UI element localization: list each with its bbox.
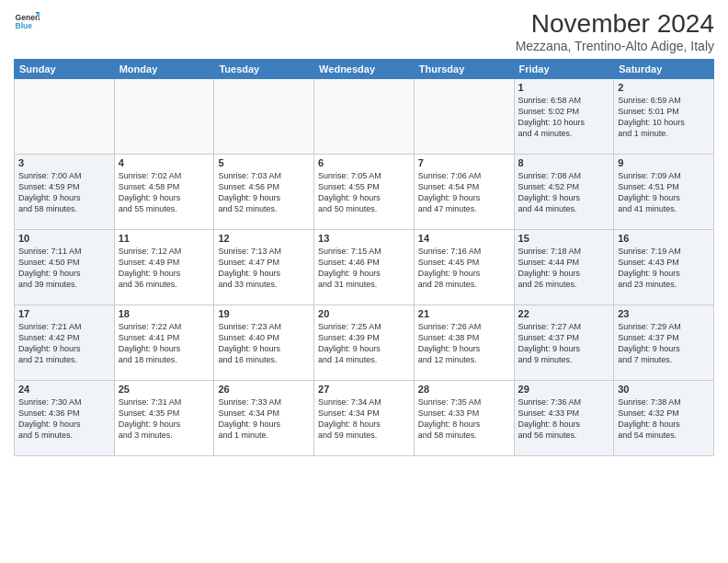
calendar-header-friday: Friday: [514, 60, 614, 79]
day-info: Sunrise: 7:16 AM Sunset: 4:45 PM Dayligh…: [418, 246, 510, 291]
day-info: Sunrise: 7:03 AM Sunset: 4:56 PM Dayligh…: [218, 170, 310, 215]
calendar-cell: 6Sunrise: 7:05 AM Sunset: 4:55 PM Daylig…: [314, 155, 415, 230]
day-info: Sunrise: 7:13 AM Sunset: 4:47 PM Dayligh…: [218, 246, 310, 291]
calendar-header-thursday: Thursday: [414, 60, 514, 79]
calendar-cell: 7Sunrise: 7:06 AM Sunset: 4:54 PM Daylig…: [414, 155, 514, 230]
svg-text:General: General: [16, 13, 40, 22]
day-info: Sunrise: 7:05 AM Sunset: 4:55 PM Dayligh…: [318, 170, 410, 215]
day-number: 13: [318, 233, 410, 244]
day-number: 12: [218, 233, 310, 244]
day-number: 29: [518, 384, 610, 395]
title-block: November 2024 Mezzana, Trentino-Alto Adi…: [516, 9, 714, 53]
calendar-cell: 11Sunrise: 7:12 AM Sunset: 4:49 PM Dayli…: [114, 230, 214, 305]
calendar-cell: [15, 79, 115, 155]
day-info: Sunrise: 7:33 AM Sunset: 4:34 PM Dayligh…: [218, 396, 310, 442]
day-number: 15: [518, 233, 610, 244]
calendar-cell: 14Sunrise: 7:16 AM Sunset: 4:45 PM Dayli…: [414, 230, 514, 305]
day-info: Sunrise: 7:21 AM Sunset: 4:42 PM Dayligh…: [18, 321, 110, 366]
day-number: 2: [618, 82, 710, 93]
day-info: Sunrise: 7:29 AM Sunset: 4:37 PM Dayligh…: [618, 321, 710, 366]
day-number: 21: [418, 308, 510, 319]
calendar-cell: [314, 79, 415, 155]
day-info: Sunrise: 7:15 AM Sunset: 4:46 PM Dayligh…: [318, 246, 410, 291]
calendar-week-4: 17Sunrise: 7:21 AM Sunset: 4:42 PM Dayli…: [15, 305, 714, 381]
day-number: 26: [218, 384, 310, 395]
calendar-cell: 9Sunrise: 7:09 AM Sunset: 4:51 PM Daylig…: [614, 155, 714, 230]
page: General Blue November 2024 Mezzana, Tren…: [0, 0, 728, 563]
calendar-cell: 17Sunrise: 7:21 AM Sunset: 4:42 PM Dayli…: [15, 305, 115, 381]
day-info: Sunrise: 6:59 AM Sunset: 5:01 PM Dayligh…: [618, 95, 710, 140]
day-number: 5: [218, 157, 310, 168]
calendar-cell: 16Sunrise: 7:19 AM Sunset: 4:43 PM Dayli…: [614, 230, 714, 305]
day-info: Sunrise: 7:06 AM Sunset: 4:54 PM Dayligh…: [418, 170, 510, 215]
calendar-table: SundayMondayTuesdayWednesdayThursdayFrid…: [14, 59, 714, 456]
day-info: Sunrise: 7:19 AM Sunset: 4:43 PM Dayligh…: [618, 246, 710, 291]
day-number: 10: [18, 233, 110, 244]
day-number: 11: [119, 233, 210, 244]
day-number: 24: [18, 384, 110, 395]
calendar-cell: 10Sunrise: 7:11 AM Sunset: 4:50 PM Dayli…: [15, 230, 115, 305]
day-info: Sunrise: 7:18 AM Sunset: 4:44 PM Dayligh…: [518, 246, 610, 291]
calendar-cell: 12Sunrise: 7:13 AM Sunset: 4:47 PM Dayli…: [214, 230, 314, 305]
day-number: 8: [518, 157, 610, 168]
calendar-cell: 8Sunrise: 7:08 AM Sunset: 4:52 PM Daylig…: [514, 155, 614, 230]
calendar-cell: 15Sunrise: 7:18 AM Sunset: 4:44 PM Dayli…: [514, 230, 614, 305]
calendar-header-tuesday: Tuesday: [214, 60, 314, 79]
subtitle: Mezzana, Trentino-Alto Adige, Italy: [516, 39, 714, 53]
calendar-week-2: 3Sunrise: 7:00 AM Sunset: 4:59 PM Daylig…: [15, 155, 714, 230]
calendar-week-3: 10Sunrise: 7:11 AM Sunset: 4:50 PM Dayli…: [15, 230, 714, 305]
calendar-cell: 29Sunrise: 7:36 AM Sunset: 4:33 PM Dayli…: [514, 381, 614, 456]
calendar-header-saturday: Saturday: [614, 60, 714, 79]
calendar-header-monday: Monday: [114, 60, 214, 79]
calendar-header-row: SundayMondayTuesdayWednesdayThursdayFrid…: [15, 60, 714, 79]
day-number: 23: [618, 308, 710, 319]
calendar-cell: 22Sunrise: 7:27 AM Sunset: 4:37 PM Dayli…: [514, 305, 614, 381]
header: General Blue November 2024 Mezzana, Tren…: [14, 9, 714, 53]
calendar-cell: 24Sunrise: 7:30 AM Sunset: 4:36 PM Dayli…: [15, 381, 115, 456]
calendar-week-5: 24Sunrise: 7:30 AM Sunset: 4:36 PM Dayli…: [15, 381, 714, 456]
day-info: Sunrise: 7:23 AM Sunset: 4:40 PM Dayligh…: [218, 321, 310, 366]
day-info: Sunrise: 7:09 AM Sunset: 4:51 PM Dayligh…: [618, 170, 710, 215]
calendar-cell: 2Sunrise: 6:59 AM Sunset: 5:01 PM Daylig…: [614, 79, 714, 155]
day-number: 1: [518, 82, 610, 93]
day-info: Sunrise: 7:35 AM Sunset: 4:33 PM Dayligh…: [418, 396, 510, 442]
calendar-cell: [214, 79, 314, 155]
day-number: 22: [518, 308, 610, 319]
logo: General Blue: [14, 9, 40, 35]
calendar-header-sunday: Sunday: [15, 60, 115, 79]
day-number: 25: [119, 384, 210, 395]
day-number: 4: [119, 157, 210, 168]
day-number: 14: [418, 233, 510, 244]
calendar-cell: 26Sunrise: 7:33 AM Sunset: 4:34 PM Dayli…: [214, 381, 314, 456]
calendar-cell: 18Sunrise: 7:22 AM Sunset: 4:41 PM Dayli…: [114, 305, 214, 381]
calendar-cell: [414, 79, 514, 155]
day-number: 20: [318, 308, 410, 319]
calendar-cell: 20Sunrise: 7:25 AM Sunset: 4:39 PM Dayli…: [314, 305, 415, 381]
day-info: Sunrise: 7:22 AM Sunset: 4:41 PM Dayligh…: [119, 321, 210, 366]
day-info: Sunrise: 7:36 AM Sunset: 4:33 PM Dayligh…: [518, 396, 610, 442]
day-info: Sunrise: 7:12 AM Sunset: 4:49 PM Dayligh…: [119, 246, 210, 291]
calendar-cell: 23Sunrise: 7:29 AM Sunset: 4:37 PM Dayli…: [614, 305, 714, 381]
day-number: 19: [218, 308, 310, 319]
calendar-cell: 30Sunrise: 7:38 AM Sunset: 4:32 PM Dayli…: [614, 381, 714, 456]
day-info: Sunrise: 7:34 AM Sunset: 4:34 PM Dayligh…: [318, 396, 410, 442]
calendar-cell: 28Sunrise: 7:35 AM Sunset: 4:33 PM Dayli…: [414, 381, 514, 456]
calendar-week-1: 1Sunrise: 6:58 AM Sunset: 5:02 PM Daylig…: [15, 79, 714, 155]
day-info: Sunrise: 7:26 AM Sunset: 4:38 PM Dayligh…: [418, 321, 510, 366]
day-info: Sunrise: 7:27 AM Sunset: 4:37 PM Dayligh…: [518, 321, 610, 366]
day-number: 16: [618, 233, 710, 244]
day-number: 28: [418, 384, 510, 395]
calendar-cell: [114, 79, 214, 155]
day-number: 9: [618, 157, 710, 168]
day-number: 17: [18, 308, 110, 319]
day-info: Sunrise: 6:58 AM Sunset: 5:02 PM Dayligh…: [518, 95, 610, 140]
day-info: Sunrise: 7:08 AM Sunset: 4:52 PM Dayligh…: [518, 170, 610, 215]
logo-icon: General Blue: [14, 9, 40, 35]
month-title: November 2024: [516, 9, 714, 39]
day-number: 18: [119, 308, 210, 319]
calendar-cell: 3Sunrise: 7:00 AM Sunset: 4:59 PM Daylig…: [15, 155, 115, 230]
day-info: Sunrise: 7:00 AM Sunset: 4:59 PM Dayligh…: [18, 170, 110, 215]
day-info: Sunrise: 7:38 AM Sunset: 4:32 PM Dayligh…: [618, 396, 710, 442]
day-number: 6: [318, 157, 410, 168]
svg-text:Blue: Blue: [16, 21, 33, 30]
